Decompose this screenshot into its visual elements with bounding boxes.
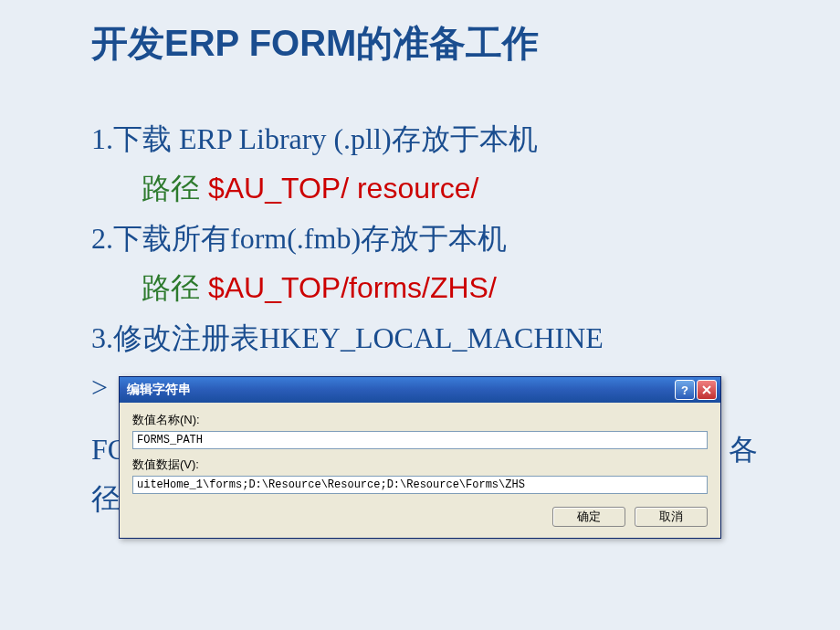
ok-button[interactable]: 确定 bbox=[552, 507, 625, 527]
close-icon bbox=[702, 385, 711, 394]
slide-content: 开发ERP FORM的准备工作 1.下载 ERP Library (.pll)存… bbox=[0, 0, 840, 412]
dialog-buttons: 确定 取消 bbox=[132, 507, 708, 527]
item-2: 2.下载所有form(.fmb)存放于本机 bbox=[91, 214, 840, 263]
data-input[interactable] bbox=[132, 476, 708, 494]
dialog-titlebar[interactable]: 编辑字符串 ? bbox=[120, 377, 720, 403]
item-3: 3.修改注册表HKEY_LOCAL_MACHINE bbox=[91, 313, 840, 362]
path-1-label: 路径 bbox=[142, 172, 200, 205]
path-2-label: 路径 bbox=[142, 271, 200, 304]
name-label: 数值名称(N): bbox=[132, 412, 708, 428]
cancel-button[interactable]: 取消 bbox=[635, 507, 708, 527]
close-button[interactable] bbox=[697, 380, 717, 400]
item-1: 1.下载 ERP Library (.pll)存放于本机 bbox=[91, 114, 840, 163]
obscured-text-right: 各 bbox=[729, 425, 758, 474]
edit-string-dialog: 编辑字符串 ? 数值名称(N): 数值数据(V): 确定 取消 bbox=[119, 376, 721, 539]
dialog-body: 数值名称(N): 数值数据(V): 确定 取消 bbox=[120, 403, 720, 538]
help-button[interactable]: ? bbox=[675, 380, 695, 400]
path-2: 路径 $AU_TOP/forms/ZHS/ bbox=[142, 263, 840, 312]
path-1: 路径 $AU_TOP/ resource/ bbox=[142, 163, 840, 213]
path-2-value: $AU_TOP/forms/ZHS/ bbox=[200, 271, 497, 304]
data-label: 数值数据(V): bbox=[132, 457, 708, 473]
dialog-title: 编辑字符串 bbox=[123, 382, 673, 398]
slide-title: 开发ERP FORM的准备工作 bbox=[91, 18, 840, 68]
path-1-value: $AU_TOP/ resource/ bbox=[200, 172, 478, 205]
content-area: 1.下载 ERP Library (.pll)存放于本机 路径 $AU_TOP/… bbox=[91, 114, 840, 412]
name-input[interactable] bbox=[132, 431, 708, 449]
